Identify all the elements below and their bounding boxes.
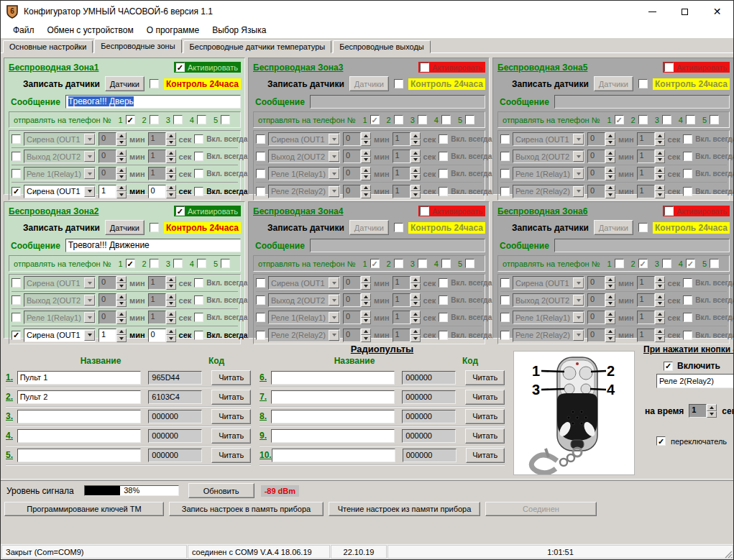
seconds-stepper-value[interactable]: 0 [148,185,166,198]
spin-up-icon[interactable] [166,329,176,336]
tab-wireless-zones[interactable]: Беспроводные зоны [94,39,181,53]
sensors-button[interactable]: Датчики [105,76,144,91]
read-button[interactable]: Читать [465,409,505,424]
spin-down-icon [655,335,665,342]
phone-4-checkbox[interactable] [197,115,206,124]
seconds-stepper[interactable]: 0 [148,185,176,198]
tab-main-settings[interactable]: Основные настройки [3,40,93,53]
read-button[interactable]: Читать [465,370,505,385]
read-button[interactable]: Читать [466,448,505,463]
spin-up-icon[interactable] [166,185,176,192]
spin-down-icon[interactable] [707,411,717,418]
phone-4-checkbox[interactable] [197,259,206,268]
phone-5-checkbox[interactable] [221,259,230,268]
read-button[interactable]: Читать [211,448,251,463]
output-select[interactable]: Сирена (OUT1 [24,185,96,198]
remote-name-input[interactable] [17,429,142,443]
spin-down-icon[interactable] [166,191,176,198]
control24-checkbox[interactable] [150,223,159,232]
remote-name-input[interactable] [271,371,395,385]
resize-grip[interactable] [724,550,733,559]
phone-2-checkbox[interactable] [150,115,159,124]
toggle-checkbox[interactable]: ✓ [656,436,666,446]
phone-2-checkbox[interactable] [150,259,159,268]
spin-down-icon[interactable] [116,335,127,342]
spin-up-icon[interactable] [116,185,127,192]
spin-up-icon[interactable] [707,404,717,411]
always-on-checkbox[interactable] [194,187,203,196]
spin-down-icon[interactable] [166,335,176,342]
phone-1-checkbox[interactable]: ✓ [126,259,135,268]
minutes-stepper[interactable]: 1 [98,185,127,198]
read-button[interactable]: Читать [211,390,251,405]
tab-wireless-outputs[interactable]: Беспроводные выходы [333,40,431,53]
activate-checkbox[interactable]: ✓ [175,63,185,72]
footer-action-button-3[interactable]: Чтение настроек из памяти прибора [329,502,480,516]
activate-checkbox[interactable] [664,206,674,216]
always-on-checkbox[interactable] [194,331,203,340]
seconds-stepper[interactable]: 0 [148,329,176,342]
phone-5-checkbox[interactable] [221,115,230,124]
message-input[interactable]: Тревога!!! Дверь [65,95,241,109]
sensors-button[interactable]: Датчики [105,220,144,235]
activate-checkbox[interactable] [420,63,429,72]
read-button[interactable]: Читать [465,428,505,444]
minutes-stepper-value[interactable]: 1 [98,185,116,198]
activate-checkbox[interactable] [420,206,429,216]
time-value[interactable]: 1 [689,404,707,418]
menu-file[interactable]: Файл [6,24,41,37]
menu-device-exchange[interactable]: Обмен с устройством [41,24,140,37]
enable-checkbox[interactable]: ✓ [664,362,673,371]
minutes-stepper-value: 0 [343,150,361,163]
min-label: мин [374,331,390,339]
chevron-down-icon[interactable] [84,186,95,197]
menu-language[interactable]: Выбор Языка [206,24,272,37]
time-stepper[interactable]: 1 [689,404,717,418]
output-enable-checkbox[interactable]: ✓ [12,331,21,340]
chevron-down-icon[interactable] [84,330,95,341]
footer-action-button-1[interactable]: Программирование ключей ТМ [4,502,164,516]
remote-name-input[interactable] [17,449,142,462]
spin-down-icon[interactable] [116,191,127,198]
output-enable-checkbox[interactable]: ✓ [12,187,21,196]
always-on-checkbox [194,278,203,288]
seconds-stepper-value[interactable]: 0 [148,329,166,342]
remote-name-input[interactable]: Пульт 1 [17,371,142,385]
remote-name-input[interactable] [272,449,395,462]
message-input[interactable]: Тревога!!! Движение [65,239,241,252]
read-button[interactable]: Читать [465,390,505,405]
remote-name-input[interactable] [271,390,395,404]
control24-checkbox [638,223,648,232]
output-row: Реле 1(Relay1)0мин1секВкл. всегда [12,165,238,183]
activate-checkbox[interactable] [664,63,674,72]
remote-name-input[interactable]: Пульт 2 [17,390,142,404]
phone-number-label: 3 [410,260,415,268]
tab-wireless-temp-sensors[interactable]: Беспроводные датчики температуры [183,40,332,53]
remote-name-input[interactable] [271,410,395,423]
phone-1-checkbox[interactable]: ✓ [126,115,135,124]
always-on-checkbox [683,278,692,288]
relay-select[interactable]: Реле 2(Relay2) [656,374,734,388]
output-select[interactable]: Сирена (OUT1 [24,329,96,342]
chevron-down-icon [329,295,339,306]
spin-up-icon[interactable] [116,329,127,336]
output-enable-checkbox [256,313,265,322]
read-button[interactable]: Читать [211,370,251,385]
control24-checkbox[interactable] [150,79,159,88]
remote-name-input[interactable] [271,429,395,443]
phone-3-checkbox[interactable] [173,115,183,124]
minutes-stepper-value[interactable]: 1 [98,329,116,342]
minutes-stepper[interactable]: 1 [98,329,127,342]
refresh-button[interactable]: Обновить [188,483,254,498]
footer-action-button-2[interactable]: Запись настроек в память прибора [169,502,324,516]
menu-about[interactable]: О программе [140,24,206,37]
phone-3-checkbox[interactable] [173,259,183,268]
minimize-button[interactable] [636,1,669,22]
remote-name-input[interactable] [17,410,142,423]
activate-checkbox[interactable]: ✓ [175,206,185,216]
read-button[interactable]: Читать [211,409,251,424]
read-button[interactable]: Читать [211,428,251,444]
close-button[interactable]: ✕ [701,1,733,22]
maximize-button[interactable] [669,1,701,22]
output-select: Реле 1(Relay1) [513,167,584,180]
